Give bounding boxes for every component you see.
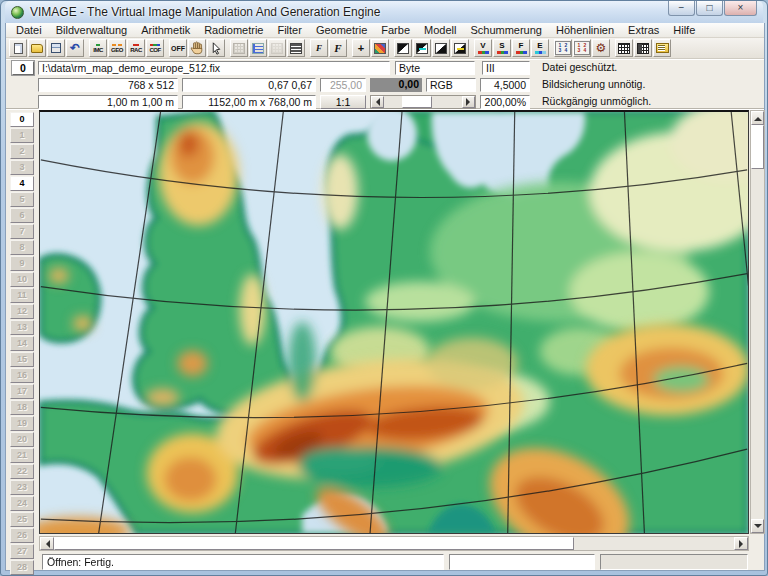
menu-item[interactable]: Geometrie (310, 23, 373, 37)
zoom-slider[interactable] (370, 95, 476, 109)
channel-v-button[interactable]: V (474, 39, 492, 57)
image-slot-button[interactable]: 24 (10, 496, 34, 511)
horizontal-scrollbar[interactable] (39, 536, 749, 551)
image-slot-button[interactable]: 11 (10, 288, 34, 303)
font-large-button[interactable]: F (329, 39, 347, 57)
image-slot-button[interactable]: 21 (10, 448, 34, 463)
image-slot-button[interactable]: 18 (10, 400, 34, 415)
grid-dark-button[interactable] (287, 39, 305, 57)
data-format-field[interactable]: Byte (395, 61, 475, 75)
image-slot-button[interactable]: 10 (10, 272, 34, 287)
open-file-button[interactable] (28, 39, 46, 57)
zoom-percent-field[interactable]: 200,00% (480, 95, 530, 109)
pixel-value-field[interactable]: 4,5000 (480, 78, 530, 92)
slider-track[interactable] (384, 96, 462, 108)
lut-contrast-1-button[interactable] (394, 39, 412, 57)
maximize-button[interactable]: □ (696, 1, 723, 16)
scale-ratio-button[interactable]: 1:1 (320, 95, 366, 109)
image-slot-button[interactable]: 14 (10, 336, 34, 351)
off-button[interactable]: OFF (169, 39, 187, 57)
slider-right-arrow[interactable] (462, 96, 475, 108)
open-table-button[interactable] (653, 39, 671, 57)
lut-contrast-4-button[interactable] (451, 39, 469, 57)
vertical-scrollbar[interactable] (750, 110, 765, 534)
slider-thumb[interactable] (402, 96, 432, 108)
image-slot-button[interactable]: 25 (10, 512, 34, 527)
font-small-button[interactable]: F (310, 39, 328, 57)
menu-item[interactable]: Radiometrie (198, 23, 269, 37)
lut-contrast-2-button[interactable] (413, 39, 431, 57)
image-slot-button[interactable]: 0 (10, 112, 34, 127)
pixel-size-field[interactable]: 0,67 0,67 (182, 78, 316, 92)
scroll-right-arrow[interactable] (734, 537, 748, 550)
channel-s-button[interactable]: S (493, 39, 511, 57)
image-slot-button[interactable]: 20 (10, 432, 34, 447)
image-slot-button[interactable]: 23 (10, 480, 34, 495)
title-bar[interactable]: VIMAGE - The Virtual Image Manipulation … (5, 1, 763, 23)
image-slot-button[interactable]: 12 (10, 304, 34, 319)
menu-item[interactable]: Hilfe (667, 23, 701, 37)
table-grid-button[interactable] (615, 39, 633, 57)
image-slot-button[interactable]: 4 (10, 176, 34, 191)
color-mode-field[interactable]: RGB (426, 78, 476, 92)
slider-left-arrow[interactable] (371, 96, 384, 108)
image-slot-button[interactable]: 2 (10, 144, 34, 159)
resolution-field[interactable]: 1,00 m 1,00 m (38, 95, 178, 109)
menu-item[interactable]: Filter (271, 23, 307, 37)
crosshair-button[interactable]: + (352, 39, 370, 57)
horizontal-scroll-thumb[interactable] (54, 537, 574, 550)
menu-item[interactable]: Farbe (375, 23, 416, 37)
undo-button[interactable]: ↶ (66, 39, 84, 57)
cof-mode-button[interactable]: COF (146, 39, 164, 57)
image-slot-button[interactable]: 15 (10, 352, 34, 367)
scroll-down-arrow[interactable] (751, 519, 764, 533)
channel-f-button[interactable]: F (512, 39, 530, 57)
image-slot-button[interactable]: 19 (10, 416, 34, 431)
image-slot-button[interactable]: 3 (10, 160, 34, 175)
scroll-left-arrow[interactable] (40, 537, 54, 550)
image-slot-button[interactable]: 1 (10, 128, 34, 143)
pan-hand-button[interactable] (188, 39, 206, 57)
menu-item[interactable]: Schummerung (464, 23, 548, 37)
map-viewport[interactable] (39, 110, 749, 534)
channel-e-button[interactable]: E (531, 39, 549, 57)
select-cursor-button[interactable] (207, 39, 225, 57)
image-slot-button[interactable]: 7 (10, 224, 34, 239)
image-size-field[interactable]: 768 x 512 (38, 78, 178, 92)
table-select-button[interactable] (634, 39, 652, 57)
grid-faint-button[interactable] (268, 39, 286, 57)
image-slot-button[interactable]: 9 (10, 256, 34, 271)
image-slot-button[interactable]: 17 (10, 384, 34, 399)
save-button[interactable] (47, 39, 65, 57)
menu-item[interactable]: Bildverwaltung (50, 23, 134, 37)
image-slot-button[interactable]: 22 (10, 464, 34, 479)
image-slot-button[interactable]: 8 (10, 240, 34, 255)
palette-button[interactable] (371, 39, 389, 57)
imc-mode-button[interactable]: IMC (89, 39, 107, 57)
rac-mode-button[interactable]: RAC (127, 39, 145, 57)
image-slot-button[interactable]: 6 (10, 208, 34, 223)
band-count-field[interactable]: III (482, 61, 530, 75)
grid-light-button[interactable] (230, 39, 248, 57)
image-slot-button[interactable]: 16 (10, 368, 34, 383)
active-slot-indicator[interactable]: 0 (12, 61, 34, 75)
tile-layout-a-button[interactable]: 1234 (554, 39, 572, 57)
settings-button[interactable]: ⚙ (592, 39, 610, 57)
minimize-button[interactable]: − (668, 1, 695, 16)
image-slot-button[interactable]: 13 (10, 320, 34, 335)
new-file-button[interactable] (9, 39, 27, 57)
menu-item[interactable]: Modell (418, 23, 462, 37)
image-slot-button[interactable]: 5 (10, 192, 34, 207)
grid-lines-button[interactable] (249, 39, 267, 57)
menu-item[interactable]: Höhenlinien (550, 23, 620, 37)
vertical-scroll-thumb[interactable] (751, 125, 764, 169)
menu-item[interactable]: Datei (10, 23, 48, 37)
scroll-up-arrow[interactable] (751, 111, 764, 125)
menu-item[interactable]: Arithmetik (135, 23, 196, 37)
extent-field[interactable]: 1152,00 m x 768,00 m (182, 95, 316, 109)
close-button[interactable]: × (724, 1, 757, 16)
image-slot-button[interactable]: 26 (10, 528, 34, 543)
menu-item[interactable]: Extras (622, 23, 665, 37)
tile-layout-b-button[interactable]: 1234 (573, 39, 591, 57)
file-path-field[interactable]: I:\data\rm_map_demo_europe_512.fix (38, 61, 390, 75)
